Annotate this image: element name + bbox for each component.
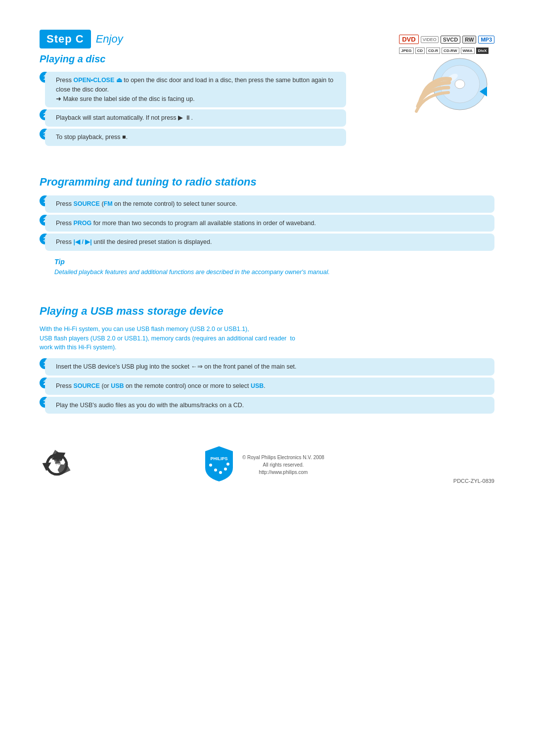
- source-label-1: SOURCE: [73, 200, 99, 207]
- radio-step-1: 1 Press SOURCE (FM on the remote control…: [40, 195, 494, 213]
- usb-step-2-content: Press SOURCE (or USB on the remote contr…: [45, 378, 494, 395]
- footer: PHILIPS © Royal Philips Electronics N.V.…: [40, 435, 494, 484]
- svg-point-2: [455, 80, 465, 89]
- svg-point-6: [209, 464, 212, 467]
- radio-step-3: 3 Press |◀ / ▶| until the desired preset…: [40, 234, 494, 251]
- disc-label-note: Make sure the label side of the disc is …: [56, 95, 195, 102]
- rw-badge: RW: [462, 36, 476, 44]
- svg-point-9: [224, 468, 227, 471]
- usb-label-2: USB: [251, 382, 264, 389]
- badges-row2: JPEG CD CD-R CD-RW WMA DivX: [399, 47, 489, 54]
- badges-row1: DVD VIDEO SVCD RW MP3: [399, 35, 494, 44]
- enjoy-label: Enjoy: [96, 33, 123, 46]
- svg-point-7: [214, 469, 217, 472]
- video-badge: VIDEO: [421, 36, 439, 43]
- disc-illustration: [396, 57, 494, 121]
- recycle-logo: [40, 447, 74, 482]
- usb-section: Playing a USB mass storage device With t…: [40, 297, 494, 416]
- dvd-badge: DVD: [399, 35, 418, 44]
- copyright-line1: © Royal Philips Electronics N.V. 2008: [242, 455, 324, 460]
- radio-title: Programming and tuning to radio stations: [40, 176, 494, 189]
- source-label-2: SOURCE: [73, 382, 99, 389]
- usb-intro: With the Hi-Fi system, you can use USB f…: [40, 325, 494, 352]
- radio-section: Programming and tuning to radio stations…: [40, 168, 494, 282]
- prog-label: PROG: [73, 220, 91, 227]
- mp3-badge: MP3: [478, 36, 494, 44]
- step-header: Step C Enjoy: [40, 30, 346, 48]
- svg-text:PHILIPS: PHILIPS: [210, 456, 227, 461]
- disc-step-3: 3 To stop playback, press ■.: [40, 129, 346, 146]
- philips-logo-area: PHILIPS © Royal Philips Electronics N.V.…: [203, 445, 324, 484]
- philips-shield: PHILIPS: [203, 445, 235, 484]
- radio-step-2-content: Press PROG for more than two seconds to …: [45, 215, 494, 232]
- disc-step-2: 2 Playback will start automatically. If …: [40, 109, 346, 127]
- cdrw-badge: CD-RW: [442, 47, 459, 54]
- disc-step-1: 1 Press OPEN•CLOSE ⏏ to open the disc do…: [40, 72, 346, 107]
- copyright-text: © Royal Philips Electronics N.V. 2008 Al…: [242, 454, 324, 476]
- usb-label-1: USB: [111, 382, 124, 389]
- usb-step-3: 3 Play the USB's audio files as you do w…: [40, 397, 494, 414]
- step-c-label: Step C: [40, 30, 91, 48]
- website-url: http://www.philips.com: [259, 470, 308, 475]
- usb-step-1-content: Insert the USB device's USB plug into th…: [45, 358, 494, 376]
- radio-step-2: 2 Press PROG for more than two seconds t…: [40, 215, 494, 232]
- copyright-block: © Royal Philips Electronics N.V. 2008 Al…: [242, 454, 324, 476]
- tip-section: Tip Detailed playback features and addit…: [54, 258, 494, 277]
- prev-next-label: |◀ / ▶|: [73, 238, 91, 245]
- cd-badge: CD: [415, 47, 425, 54]
- usb-step-1: 1 Insert the USB device's USB plug into …: [40, 358, 494, 376]
- playing-disc-title: Playing a disc: [40, 53, 346, 65]
- tip-title: Tip: [54, 258, 494, 266]
- open-close-label: OPEN•CLOSE ⏏: [73, 77, 122, 84]
- product-code: PDCC-ZYL-0839: [453, 478, 494, 484]
- svg-point-8: [219, 471, 222, 474]
- svg-point-10: [226, 463, 229, 466]
- divx-badge: DivX: [476, 47, 489, 54]
- usb-step-2: 2 Press SOURCE (or USB on the remote con…: [40, 378, 494, 395]
- disc-step-3-content: To stop playback, press ■.: [45, 129, 346, 146]
- jpeg-badge: JPEG: [399, 47, 413, 54]
- cdr-badge: CD-R: [426, 47, 440, 54]
- radio-step-1-content: Press SOURCE (FM on the remote control) …: [45, 195, 494, 213]
- usb-step-3-content: Play the USB's audio files as you do wit…: [45, 397, 494, 414]
- wma-badge: WMA: [461, 47, 475, 54]
- copyright-line2: All rights reserved.: [263, 462, 304, 468]
- disc-step-1-content: Press OPEN•CLOSE ⏏ to open the disc door…: [45, 72, 346, 107]
- disc-step-2-content: Playback will start automatically. If no…: [45, 109, 346, 127]
- svcd-badge: SVCD: [441, 36, 461, 44]
- radio-step-3-content: Press |◀ / ▶| until the desired preset s…: [45, 234, 494, 251]
- fm-label: FM: [104, 200, 113, 207]
- right-panel: DVD VIDEO SVCD RW MP3 JPEG CD CD-R CD-RW…: [346, 30, 494, 121]
- tip-text: Detailed playback features and additiona…: [54, 268, 494, 277]
- usb-title: Playing a USB mass storage device: [40, 305, 494, 318]
